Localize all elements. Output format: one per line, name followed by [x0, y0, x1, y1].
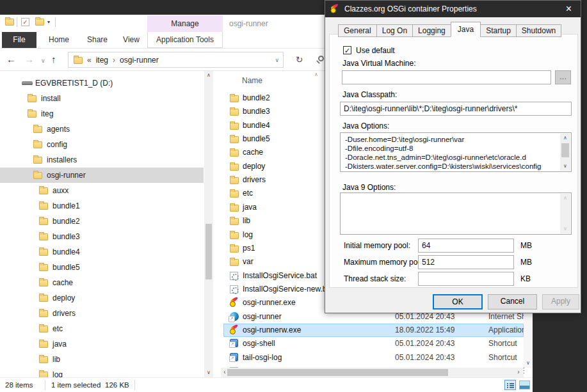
file-list-horizontal-scrollbar[interactable]: ‹ ›: [221, 368, 524, 377]
close-icon[interactable]: ×: [562, 4, 575, 14]
scroll-down-icon[interactable]: ∨: [560, 162, 570, 171]
file-name: InstallOsgiService.bat: [243, 271, 317, 280]
apply-button[interactable]: Apply: [542, 294, 579, 310]
tree-item-label: bundle1: [52, 201, 80, 210]
tree-item[interactable]: iteg: [0, 106, 204, 122]
nav-recent-dropdown-icon[interactable]: ∨: [41, 58, 45, 64]
folder-icon: [230, 123, 239, 130]
file-date-modified: 18.09.2022 15:49: [395, 325, 454, 334]
java9-options-input[interactable]: ∧ ∨: [340, 192, 572, 235]
scroll-right-icon[interactable]: ›: [515, 368, 522, 377]
folder-icon: [28, 95, 36, 102]
tree-item[interactable]: cache: [0, 275, 204, 290]
initial-memory-input[interactable]: [418, 239, 514, 253]
classpath-input[interactable]: [340, 102, 572, 116]
use-default-checkbox[interactable]: ✓: [343, 46, 351, 54]
nav-forward-icon[interactable]: →: [24, 54, 34, 65]
inet-icon: [230, 312, 239, 321]
ribbon-tab-application-tools[interactable]: Application Tools: [147, 32, 223, 48]
tree-item[interactable]: config: [0, 137, 204, 152]
breadcrumb-separator-icon[interactable]: ›: [113, 56, 115, 65]
tree-item[interactable]: bundle1: [0, 198, 204, 214]
file-name: InstallOsgiService-new.b: [243, 285, 326, 294]
scroll-up-icon[interactable]: ∧: [560, 134, 570, 143]
search-icon[interactable]: [318, 56, 324, 61]
refresh-button[interactable]: ↻: [289, 52, 310, 68]
dialog-tab[interactable]: General: [338, 24, 377, 37]
tree-item[interactable]: deploy: [0, 290, 204, 306]
desktop: ✓ ▾ osgi-runner Manage File Home Share V…: [0, 0, 587, 392]
breadcrumb-item-current[interactable]: osgi-runner: [120, 56, 159, 65]
ok-button[interactable]: OK: [433, 294, 483, 310]
browse-button[interactable]: …: [555, 70, 571, 84]
address-dropdown-icon[interactable]: ∨: [275, 57, 279, 63]
breadcrumb-item[interactable]: iteg: [96, 56, 108, 65]
tree-item[interactable]: drivers: [0, 306, 204, 321]
folder-icon: [230, 259, 239, 266]
ribbon-tab-share[interactable]: Share: [79, 32, 115, 48]
ribbon-tab-home[interactable]: Home: [40, 32, 78, 48]
ribbon-tab-file[interactable]: File: [2, 32, 36, 48]
nav-up-icon[interactable]: ↑: [51, 54, 56, 65]
folder-icon: [230, 177, 239, 184]
folder-icon: [230, 95, 239, 102]
tree-item-label: bundle3: [52, 232, 80, 241]
address-folder-icon: [74, 57, 83, 64]
dialog-tab[interactable]: Shutdown: [516, 24, 561, 37]
ribbon-tab-manage[interactable]: Manage: [147, 15, 223, 32]
tree-item[interactable]: install: [0, 91, 204, 106]
file-row[interactable]: tail-osgi-log 05.01.2024 20:43 Shortcut: [223, 351, 524, 365]
tree-item-label: EGVBRETIST1_D (D:): [35, 79, 113, 88]
dialog-tab[interactable]: Java: [451, 22, 481, 37]
qat-new-folder-icon[interactable]: [35, 19, 44, 26]
thread-stack-input[interactable]: [418, 272, 514, 286]
tree-item-label: lib: [52, 355, 60, 364]
max-memory-label: Maximum memory pool:: [344, 258, 426, 267]
dialog-tab[interactable]: Logging: [412, 24, 451, 37]
tree-item[interactable]: java: [0, 336, 204, 352]
max-memory-input[interactable]: [418, 255, 514, 269]
qat-properties-icon[interactable]: ✓: [21, 18, 29, 26]
tree-item[interactable]: log: [0, 367, 204, 377]
view-large-icons-button[interactable]: [519, 380, 530, 389]
qat-folder-icon[interactable]: [5, 19, 14, 26]
tree-item[interactable]: agents: [0, 122, 204, 137]
folder-icon: [39, 325, 48, 333]
scrollbar-thumb[interactable]: [227, 369, 448, 376]
breadcrumb-collapsed-icon[interactable]: «: [87, 56, 92, 65]
scrollbar-thumb[interactable]: [561, 143, 569, 157]
qat-customize-icon[interactable]: ▾: [47, 19, 50, 25]
tree-item[interactable]: bundle3: [0, 229, 204, 244]
tree-item[interactable]: EGVBRETIST1_D (D:): [0, 75, 204, 91]
column-header-name[interactable]: Name: [242, 76, 262, 85]
dialog-tab[interactable]: Startup: [480, 24, 517, 37]
view-details-button[interactable]: [504, 380, 516, 390]
file-row[interactable]: osgi-runnerw.exe 18.09.2022 15:49 Applic…: [223, 324, 524, 337]
address-bar[interactable]: « iteg › osgi-runner ∨: [68, 52, 284, 68]
tree-item[interactable]: osgi-runner: [0, 168, 204, 183]
nav-back-icon[interactable]: ←: [6, 54, 16, 65]
scroll-down-icon[interactable]: ∨: [204, 368, 213, 377]
jvm-input[interactable]: [342, 70, 551, 84]
tree-scrollbar[interactable]: ∧ ∨: [204, 71, 213, 377]
tree-item[interactable]: auxx: [0, 183, 204, 198]
tree-item[interactable]: etc: [0, 321, 204, 336]
folder-icon: [230, 191, 239, 198]
file-name: var: [243, 257, 253, 266]
folder-icon: [230, 246, 239, 253]
scrollbar-thumb[interactable]: [205, 224, 212, 279]
tree-item[interactable]: installers: [0, 152, 204, 168]
scroll-up-icon[interactable]: ∧: [204, 71, 213, 80]
cancel-button[interactable]: Cancel: [488, 294, 537, 310]
java-options-input[interactable]: -Duser.home=D:\iteg\osgi-runner\var -Dfi…: [340, 132, 572, 172]
tree-item[interactable]: lib: [0, 352, 204, 367]
ribbon-tab-view[interactable]: View: [116, 32, 147, 48]
file-row[interactable]: osgi-shell 05.01.2024 20:43 Shortcut: [223, 337, 524, 350]
clazzes-icon: [230, 298, 239, 307]
dialog-tab[interactable]: Log On: [376, 24, 413, 37]
java-options-scrollbar[interactable]: ∧ ∨: [560, 134, 570, 171]
tree-item[interactable]: bundle5: [0, 260, 204, 275]
tree-item[interactable]: bundle2: [0, 214, 204, 229]
tree-item[interactable]: bundle4: [0, 244, 204, 260]
scroll-down-icon[interactable]: ∨: [524, 359, 533, 368]
